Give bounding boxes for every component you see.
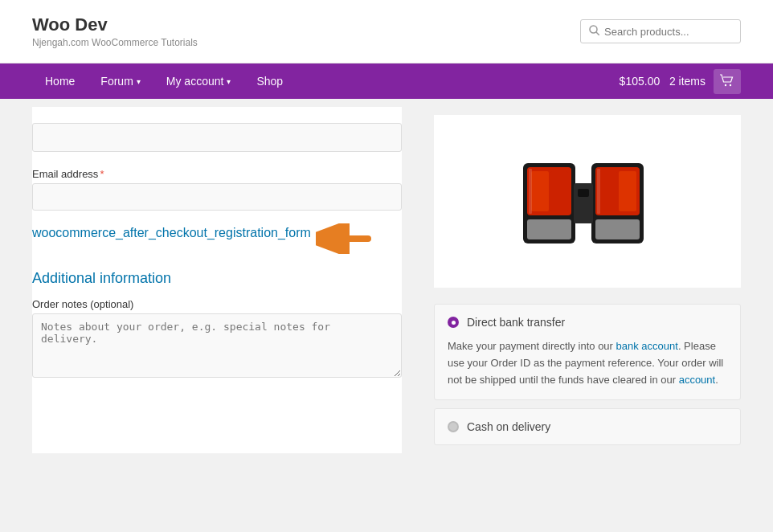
nav-item-shop[interactable]: Shop [243,63,296,99]
additional-info-title: Additional information [32,270,402,287]
chevron-down-icon: ▾ [137,77,141,86]
svg-rect-17 [597,169,600,214]
payment-option-cash[interactable]: Cash on delivery [434,408,741,445]
svg-point-3 [730,84,731,85]
left-panel: Email address* woocommerce_after_checkou… [32,107,402,453]
svg-rect-14 [599,171,617,211]
product-image [515,139,660,264]
site-header: Woo Dev Njengah.com WooCommerce Tutorial… [0,0,773,63]
partial-input-top[interactable] [32,123,402,152]
nav-item-home[interactable]: Home [32,63,88,99]
svg-rect-16 [595,219,640,239]
main-content: Email address* woocommerce_after_checkou… [32,99,741,461]
payment-option-header-cash: Cash on delivery [448,420,727,433]
required-marker: * [100,168,104,180]
order-notes-label: Order notes (optional) [32,298,402,310]
cart-icon[interactable] [714,69,741,94]
payment-section: Direct bank transfer Make your payment d… [434,304,741,445]
order-notes-input[interactable] [32,313,402,378]
arrow-icon [316,223,372,254]
chevron-down-icon: ▾ [227,77,231,86]
svg-rect-8 [531,171,549,211]
order-notes-group: Order notes (optional) [32,298,402,380]
payment-option-direct-bank[interactable]: Direct bank transfer Make your payment d… [434,304,741,400]
svg-rect-9 [550,171,568,211]
svg-rect-15 [619,171,636,211]
cart-area: $105.00 2 items [620,69,741,94]
radio-selected-icon [448,317,459,328]
search-input[interactable] [604,26,732,38]
site-title: Woo Dev [32,14,198,35]
svg-point-2 [725,84,726,85]
site-branding: Woo Dev Njengah.com WooCommerce Tutorial… [32,14,198,48]
payment-description: Make your payment directly into our bank… [448,338,727,388]
hook-text: woocommerce_after_checkout_registration_… [32,223,402,254]
svg-rect-19 [578,189,589,197]
email-field-group: Email address* [32,168,402,211]
right-panel: Direct bank transfer Make your payment d… [434,107,741,453]
product-image-area [434,115,741,288]
email-label: Email address* [32,168,402,180]
svg-line-1 [596,32,599,35]
search-icon [589,25,599,38]
svg-rect-10 [527,219,571,239]
nav-item-myaccount[interactable]: My account ▾ [153,63,244,99]
nav-item-forum[interactable]: Forum ▾ [88,63,153,99]
site-nav: Home Forum ▾ My account ▾ Shop $105.00 2… [0,63,773,99]
search-bar[interactable] [580,19,741,43]
svg-rect-11 [529,169,532,214]
site-tagline: Njengah.com WooCommerce Tutorials [32,37,198,48]
radio-unselected-icon [448,421,459,432]
cart-amount: $105.00 2 items [620,75,706,88]
payment-option-header: Direct bank transfer [448,316,727,329]
email-input[interactable] [32,183,402,211]
nav-links: Home Forum ▾ My account ▾ Shop [32,63,296,99]
